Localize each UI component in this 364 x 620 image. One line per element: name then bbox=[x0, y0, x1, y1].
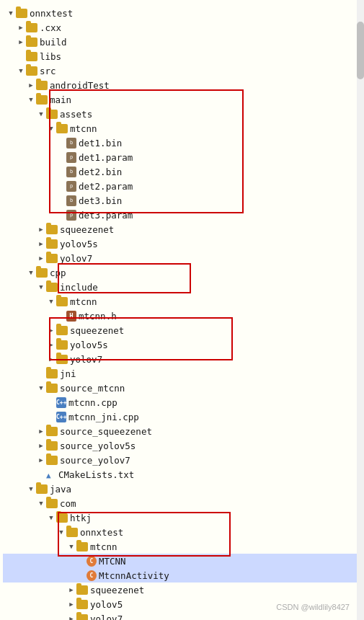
tree-item-htkj[interactable]: htkj bbox=[3, 510, 361, 525]
tree-item-assets[interactable]: assets bbox=[3, 107, 361, 121]
item-label[interactable]: libs bbox=[40, 51, 61, 62]
item-label[interactable]: yolov5s bbox=[70, 340, 108, 350]
expand-arrow[interactable] bbox=[36, 442, 46, 449]
tree-item-src[interactable]: src bbox=[3, 63, 361, 78]
tree-item-com[interactable]: com bbox=[3, 496, 361, 510]
tree-item-cmakelists[interactable]: CMakeLists.txt bbox=[3, 467, 361, 482]
tree-item-androidtest[interactable]: androidTest bbox=[3, 78, 361, 92]
tree-item-cxx[interactable]: .cxx bbox=[3, 20, 361, 35]
item-label[interactable]: androidTest bbox=[50, 80, 110, 91]
item-label[interactable]: assets bbox=[60, 109, 92, 120]
tree-item-onnxtest-pkg[interactable]: onnxtest bbox=[3, 525, 361, 539]
expand-arrow[interactable] bbox=[66, 601, 76, 608]
expand-arrow[interactable] bbox=[36, 240, 46, 247]
tree-item-det3bin[interactable]: b det3.bin bbox=[3, 193, 361, 208]
item-label[interactable]: MtcnnActivity bbox=[99, 570, 169, 581]
tree-item-mtcnn-include[interactable]: mtcnn bbox=[3, 294, 361, 309]
tree-item-mtcnn-h[interactable]: H mtcnn.h bbox=[3, 309, 361, 323]
tree-item-mtcnn-cpp[interactable]: C++ mtcnn.cpp bbox=[3, 395, 361, 409]
item-label[interactable]: det1.bin bbox=[79, 138, 122, 149]
expand-arrow[interactable] bbox=[46, 514, 56, 521]
expand-arrow[interactable] bbox=[46, 125, 56, 132]
item-label[interactable]: mtcnn bbox=[70, 296, 97, 307]
expand-arrow[interactable] bbox=[16, 24, 26, 31]
expand-arrow[interactable] bbox=[26, 485, 36, 492]
expand-arrow[interactable] bbox=[36, 456, 46, 464]
expand-arrow[interactable] bbox=[36, 428, 46, 435]
tree-item-source-yolov7[interactable]: source_yolov7 bbox=[3, 453, 361, 467]
item-label[interactable]: det2.param bbox=[79, 181, 133, 192]
tree-item-det3param[interactable]: p det3.param bbox=[3, 208, 361, 222]
expand-arrow[interactable] bbox=[56, 528, 66, 536]
tree-item-yolov7-main[interactable]: yolov7 bbox=[3, 251, 361, 265]
item-label[interactable]: cpp bbox=[50, 267, 66, 278]
tree-item-jni[interactable]: jni bbox=[3, 366, 361, 381]
item-label[interactable]: mtcnn_jni.cpp bbox=[68, 412, 139, 422]
item-label[interactable]: onnxtest bbox=[30, 8, 73, 19]
item-label[interactable]: yolov7 bbox=[70, 354, 102, 365]
item-label[interactable]: CMakeLists.txt bbox=[58, 469, 134, 480]
expand-arrow[interactable] bbox=[46, 298, 56, 305]
tree-item-det1bin[interactable]: b det1.bin bbox=[3, 136, 361, 150]
tree-item-source-yolov5[interactable]: source_yolov5s bbox=[3, 438, 361, 453]
item-label[interactable]: MTCNN bbox=[99, 556, 126, 567]
tree-item-mtcnn-assets[interactable]: mtcnn bbox=[3, 121, 361, 136]
tree-item-onnxtest[interactable]: onnxtest bbox=[3, 6, 361, 20]
tree-item-mtcnnactivity-class[interactable]: C MtcnnActivity bbox=[3, 568, 361, 583]
item-label[interactable]: src bbox=[40, 66, 56, 76]
item-label[interactable]: java bbox=[50, 484, 71, 495]
tree-item-include[interactable]: include bbox=[3, 280, 361, 294]
item-label[interactable]: include bbox=[60, 282, 98, 293]
item-label[interactable]: mtcnn bbox=[70, 123, 97, 134]
tree-item-yolov5s-main[interactable]: yolov5s bbox=[3, 236, 361, 251]
expand-arrow[interactable] bbox=[26, 269, 36, 276]
tree-item-mtcnn-jni-cpp[interactable]: C++ mtcnn_jni.cpp bbox=[3, 409, 361, 424]
tree-item-cpp[interactable]: cpp bbox=[3, 265, 361, 280]
tree-item-source-mtcnn[interactable]: source_mtcnn bbox=[3, 381, 361, 395]
expand-arrow[interactable] bbox=[26, 81, 36, 89]
expand-arrow[interactable] bbox=[36, 226, 46, 233]
item-label[interactable]: yolov5s bbox=[60, 239, 98, 249]
item-label[interactable]: det3.bin bbox=[79, 195, 122, 206]
item-label[interactable]: build bbox=[40, 37, 67, 48]
expand-arrow[interactable] bbox=[66, 543, 76, 550]
expand-arrow[interactable] bbox=[26, 96, 36, 103]
expand-arrow[interactable] bbox=[36, 254, 46, 262]
tree-item-mtcnn-pkg[interactable]: mtcnn bbox=[3, 539, 361, 554]
expand-arrow[interactable] bbox=[16, 38, 26, 45]
tree-item-squeezenet-include[interactable]: squeezenet bbox=[3, 323, 361, 337]
tree-item-yolov7-pkg[interactable]: yolov7 bbox=[3, 611, 361, 620]
item-label[interactable]: yolov7 bbox=[60, 253, 92, 264]
tree-item-mtcnn-class[interactable]: C MTCNN bbox=[3, 554, 361, 568]
item-label[interactable]: yolov5 bbox=[90, 599, 123, 610]
item-label[interactable]: det3.param bbox=[79, 210, 133, 221]
item-label[interactable]: squeezenet bbox=[60, 224, 114, 235]
expand-arrow[interactable] bbox=[46, 341, 56, 348]
item-label[interactable]: htkj bbox=[70, 513, 92, 523]
tree-item-libs[interactable]: libs bbox=[3, 49, 361, 63]
item-label[interactable]: mtcnn.h bbox=[79, 311, 117, 322]
tree-item-squeezenet-pkg[interactable]: squeezenet bbox=[3, 583, 361, 597]
item-label[interactable]: com bbox=[60, 498, 76, 509]
item-label[interactable]: det2.bin bbox=[79, 167, 122, 177]
tree-item-det1param[interactable]: p det1.param bbox=[3, 150, 361, 164]
expand-arrow[interactable] bbox=[36, 110, 46, 118]
scrollbar[interactable] bbox=[357, 0, 364, 620]
item-label[interactable]: main bbox=[50, 94, 71, 105]
item-label[interactable]: mtcnn.cpp bbox=[68, 397, 117, 408]
item-label[interactable]: source_squeezenet bbox=[60, 426, 152, 437]
tree-item-build[interactable]: build bbox=[3, 35, 361, 49]
tree-item-yolov5s-include[interactable]: yolov5s bbox=[3, 337, 361, 352]
expand-arrow[interactable] bbox=[46, 327, 56, 334]
expand-arrow[interactable] bbox=[66, 615, 76, 620]
item-label[interactable]: .cxx bbox=[40, 22, 61, 33]
item-label[interactable]: source_yolov5s bbox=[60, 440, 136, 451]
item-label[interactable]: det1.param bbox=[79, 152, 133, 163]
tree-item-det2param[interactable]: p det2.param bbox=[3, 179, 361, 193]
tree-item-yolov7-include[interactable]: yolov7 bbox=[3, 352, 361, 366]
item-label[interactable]: squeezenet bbox=[90, 585, 144, 595]
tree-item-source-squeezenet[interactable]: source_squeezenet bbox=[3, 424, 361, 438]
item-label[interactable]: mtcnn bbox=[90, 541, 117, 552]
item-label[interactable]: source_yolov7 bbox=[60, 455, 130, 466]
tree-item-squeezenet-main[interactable]: squeezenet bbox=[3, 222, 361, 236]
